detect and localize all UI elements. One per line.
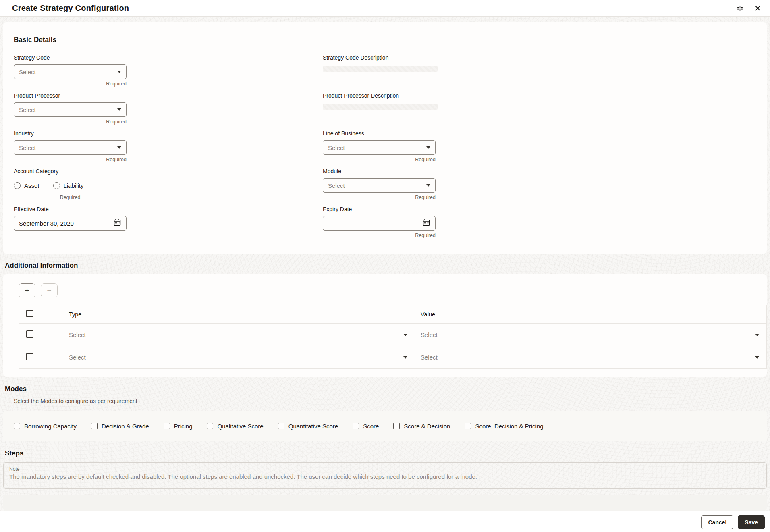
required-hint: Required <box>14 119 127 125</box>
additional-information-card: + − Type Value Select <box>3 274 767 377</box>
table-header-row: Type Value <box>19 305 767 324</box>
mode-checkbox-score-decision-pricing[interactable]: Score, Decision & Pricing <box>465 423 543 430</box>
basic-details-heading: Basic Details <box>14 36 756 44</box>
table-row: Select Select <box>19 324 767 346</box>
checkbox-icon[interactable] <box>353 423 359 429</box>
checkbox-icon[interactable] <box>14 423 20 429</box>
effective-date-label: Effective Date <box>14 206 127 212</box>
account-category-radio-liability[interactable]: Liability <box>53 182 84 189</box>
strategy-code-description-label: Strategy Code Description <box>323 54 436 61</box>
industry-field: Industry Select Required <box>14 130 127 162</box>
radio-icon[interactable] <box>53 182 60 189</box>
steps-heading: Steps <box>5 449 767 457</box>
mode-checkbox-score[interactable]: Score <box>353 423 379 430</box>
product-processor-label: Product Processor <box>14 92 127 99</box>
titlebar-actions <box>735 4 762 12</box>
strategy-code-description-value <box>323 66 438 72</box>
cancel-button[interactable]: Cancel <box>701 515 733 529</box>
chevron-down-icon <box>117 108 121 111</box>
module-label: Module <box>323 168 436 175</box>
required-hint: Required <box>14 81 127 87</box>
effective-date-field: Effective Date September 30, 2020 <box>14 206 127 231</box>
product-processor-description-field: Product Processor Description <box>323 92 436 110</box>
product-processor-field: Product Processor Select Required <box>14 92 127 125</box>
remove-row-button[interactable]: − <box>41 283 58 297</box>
account-category-label: Account Category <box>14 168 127 175</box>
row-checkbox[interactable] <box>26 353 33 360</box>
required-hint: Required <box>323 233 436 238</box>
dialog-footer: Cancel Save <box>0 511 770 532</box>
checkbox-icon[interactable] <box>393 423 400 429</box>
mode-checkbox-score-decision[interactable]: Score & Decision <box>393 423 450 430</box>
form-body: Basic Details Strategy Code Select Requi… <box>0 17 770 511</box>
chevron-down-icon <box>755 356 759 359</box>
strategy-code-description-field: Strategy Code Description <box>323 54 436 72</box>
expiry-date-field: Expiry Date <box>323 206 436 238</box>
steps-note-box: Note The mandatory steps are by default … <box>3 462 767 489</box>
row-checkbox[interactable] <box>26 330 33 338</box>
note-text: The mandatory steps are by default check… <box>9 473 761 480</box>
industry-select[interactable]: Select <box>14 140 127 155</box>
chevron-down-icon <box>117 71 121 73</box>
select-all-checkbox[interactable] <box>26 310 33 317</box>
mode-checkbox-borrowing-capacity[interactable]: Borrowing Capacity <box>14 423 77 430</box>
chevron-down-icon <box>755 334 759 336</box>
note-label: Note <box>9 466 761 472</box>
modes-heading: Modes <box>5 385 767 393</box>
checkbox-icon[interactable] <box>465 423 471 429</box>
account-category-field: Account Category Asset Liability Req <box>14 168 127 200</box>
required-hint: Required <box>323 195 436 200</box>
chevron-down-icon <box>426 146 430 149</box>
page-title: Create Strategy Configuration <box>12 4 129 13</box>
strategy-code-field: Strategy Code Select Required <box>14 54 127 87</box>
product-processor-select[interactable]: Select <box>14 102 127 117</box>
steps-empty-panel <box>3 495 767 511</box>
line-of-business-field: Line of Business Select Required <box>323 130 436 162</box>
chevron-down-icon <box>117 146 121 149</box>
product-processor-description-label: Product Processor Description <box>323 92 436 99</box>
strategy-code-label: Strategy Code <box>14 54 127 61</box>
account-category-radio-asset[interactable]: Asset <box>14 182 39 189</box>
modes-description: Select the Modes to configure as per req… <box>14 398 767 404</box>
checkbox-icon[interactable] <box>164 423 170 429</box>
line-of-business-select[interactable]: Select <box>323 140 436 155</box>
industry-label: Industry <box>14 130 127 137</box>
table-row: Select Select <box>19 346 767 369</box>
row-value-select[interactable]: Select <box>415 324 766 346</box>
required-hint: Required <box>14 157 127 162</box>
modes-strip: Borrowing Capacity Decision & Grade Pric… <box>3 411 767 441</box>
module-select[interactable]: Select <box>323 178 436 193</box>
strategy-code-select[interactable]: Select <box>14 64 127 79</box>
mode-checkbox-pricing[interactable]: Pricing <box>164 423 193 430</box>
calendar-icon[interactable] <box>422 218 430 228</box>
calendar-icon[interactable] <box>113 218 121 228</box>
radio-icon[interactable] <box>14 182 21 189</box>
mode-checkbox-quantitative-score[interactable]: Quantitative Score <box>278 423 338 430</box>
module-field: Module Select Required <box>323 168 436 200</box>
line-of-business-label: Line of Business <box>323 130 436 137</box>
dialog-titlebar: Create Strategy Configuration <box>0 0 770 17</box>
expiry-date-input[interactable] <box>323 216 436 231</box>
add-row-button[interactable]: + <box>19 283 35 297</box>
required-hint: Required <box>323 157 436 162</box>
additional-information-heading: Additional Information <box>5 262 767 270</box>
row-type-select[interactable]: Select <box>63 346 415 368</box>
required-hint: Required <box>14 195 127 200</box>
row-type-select[interactable]: Select <box>63 324 415 346</box>
mode-checkbox-decision-grade[interactable]: Decision & Grade <box>91 423 149 430</box>
chevron-down-icon <box>426 184 430 187</box>
collapse-panel-icon[interactable] <box>735 4 744 12</box>
chevron-down-icon <box>403 334 407 336</box>
close-icon[interactable] <box>753 4 762 12</box>
checkbox-icon[interactable] <box>207 423 213 429</box>
basic-details-card: Basic Details Strategy Code Select Requi… <box>3 22 767 254</box>
checkbox-icon[interactable] <box>278 423 284 429</box>
chevron-down-icon <box>403 356 407 359</box>
row-value-select[interactable]: Select <box>415 346 766 368</box>
column-header-value: Value <box>415 305 767 324</box>
save-button[interactable]: Save <box>738 515 765 529</box>
mode-checkbox-qualitative-score[interactable]: Qualitative Score <box>207 423 263 430</box>
effective-date-input[interactable]: September 30, 2020 <box>14 216 127 231</box>
checkbox-icon[interactable] <box>91 423 98 429</box>
product-processor-description-value <box>323 104 438 110</box>
